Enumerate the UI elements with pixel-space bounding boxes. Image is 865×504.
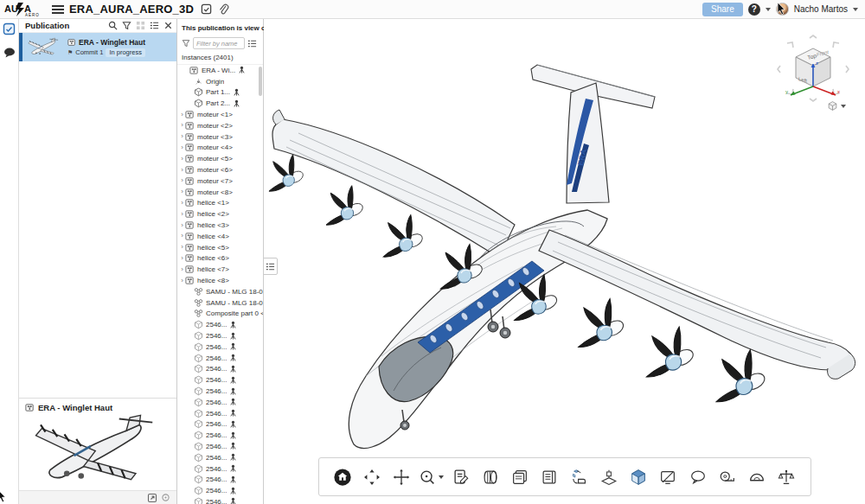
tree-chevron-icon[interactable]: ›: [179, 166, 185, 175]
tree-chevron-icon[interactable]: ›: [179, 144, 185, 152]
tree-row[interactable]: 2546...: [177, 485, 263, 496]
tree-row[interactable]: 2546...: [177, 441, 263, 452]
tree-row[interactable]: ›moteur <7>: [177, 175, 263, 187]
measure-icon[interactable]: [714, 464, 740, 490]
tree-chevron-icon[interactable]: ›: [179, 232, 185, 240]
tree-row[interactable]: SAMU - MLG 18-07...: [177, 297, 263, 309]
tree-row[interactable]: 2546...: [177, 364, 263, 375]
pan-icon[interactable]: [388, 464, 414, 490]
tree-chevron-icon[interactable]: ›: [179, 176, 185, 185]
tree-row[interactable]: 2546...: [177, 474, 263, 485]
publication-mark-icon[interactable]: [201, 3, 212, 15]
tree-chevron-icon[interactable]: ›: [179, 121, 185, 130]
tree-row[interactable]: Part 2...: [177, 98, 263, 109]
zoom-icon[interactable]: [418, 464, 444, 490]
viewport-3d[interactable]: ERA: [264, 19, 865, 504]
bom-icon[interactable]: [536, 464, 562, 490]
tree-row[interactable]: ›moteur <1>: [177, 109, 263, 120]
share-button[interactable]: Share: [702, 3, 743, 16]
close-icon[interactable]: [163, 21, 173, 30]
tree-row[interactable]: 2546...: [177, 408, 263, 419]
tree-row[interactable]: 2546...: [177, 330, 263, 341]
tree-row[interactable]: 2546...: [177, 430, 263, 441]
tree-chevron-icon[interactable]: ›: [179, 265, 185, 274]
tree-options-icon[interactable]: [247, 39, 257, 48]
tree-row[interactable]: 2546...: [177, 341, 263, 353]
tree-row[interactable]: ›moteur <4>: [177, 143, 263, 154]
tree-row[interactable]: 2546...: [177, 419, 263, 431]
tree-row[interactable]: ›hélice <4>: [177, 231, 263, 242]
tree-row[interactable]: 2546...: [177, 397, 263, 408]
tree-chevron-icon[interactable]: ›: [179, 111, 185, 119]
info-icon[interactable]: [162, 494, 170, 501]
tree-row[interactable]: 2546...: [177, 353, 263, 364]
home-icon[interactable]: [330, 464, 356, 490]
tree-row[interactable]: 2546...: [177, 374, 263, 386]
avatar[interactable]: [776, 3, 789, 16]
expand-preview-icon[interactable]: [147, 493, 157, 503]
orbit-icon[interactable]: [359, 464, 385, 490]
tree-chevron-icon[interactable]: ›: [179, 221, 185, 230]
paperclip-icon[interactable]: [218, 3, 229, 15]
cube-menu-icon[interactable]: [827, 100, 838, 112]
tree-chevron-icon[interactable]: ›: [179, 277, 185, 285]
filter-icon[interactable]: [182, 39, 190, 48]
tree-chevron-icon[interactable]: ›: [179, 243, 185, 252]
tree-row[interactable]: 2546...: [177, 386, 263, 397]
section-cylinder-icon[interactable]: [477, 464, 503, 490]
tree-chevron-icon[interactable]: ›: [179, 199, 185, 207]
drawings-icon[interactable]: [507, 464, 533, 490]
tree-row[interactable]: ›moteur <6>: [177, 164, 263, 175]
exploded-view-icon[interactable]: [567, 464, 593, 490]
tree-row[interactable]: ›moteur <2>: [177, 120, 263, 131]
tree-row[interactable]: ›hélice <2>: [177, 208, 263, 220]
help-caret-icon[interactable]: [766, 8, 771, 11]
filter-icon[interactable]: [122, 21, 131, 30]
tree-row[interactable]: ›moteur <3>: [177, 131, 263, 143]
cube-menu-caret-icon[interactable]: [841, 105, 846, 108]
tree-row[interactable]: 2546...: [177, 452, 263, 463]
display-options-icon[interactable]: [655, 464, 681, 490]
tree-row[interactable]: ›moteur <8>: [177, 187, 263, 198]
tree-row[interactable]: ERA - Wi...: [177, 65, 263, 76]
tree-row[interactable]: ›hélice <7>: [177, 264, 263, 275]
help-icon[interactable]: ?: [748, 3, 760, 16]
list-view-icon[interactable]: [150, 21, 159, 30]
tree-scrollbar[interactable]: [259, 67, 262, 96]
tree-row[interactable]: ›hélice <1>: [177, 198, 263, 209]
named-views-icon[interactable]: [625, 464, 651, 490]
tree-row[interactable]: Origin: [177, 76, 263, 87]
tree-chevron-icon[interactable]: ›: [179, 210, 185, 219]
tree-chevron-icon[interactable]: ›: [179, 155, 185, 163]
tree-row[interactable]: ›hélice <6>: [177, 253, 263, 265]
filter-by-name-input[interactable]: [193, 37, 245, 49]
section-plane-icon[interactable]: [596, 464, 622, 490]
tree-chevron-icon[interactable]: ›: [179, 254, 185, 263]
mass-properties-icon[interactable]: [773, 464, 799, 490]
tree-row[interactable]: Composite part 0 <...: [177, 309, 263, 320]
search-icon[interactable]: [108, 21, 118, 30]
tree-row[interactable]: ›hélice <8>: [177, 275, 263, 286]
hamburger-menu-icon[interactable]: [52, 3, 64, 16]
protractor-icon[interactable]: [744, 464, 770, 490]
view-orientation-menu[interactable]: [827, 100, 846, 112]
comment-icon[interactable]: [685, 464, 711, 490]
comments-tab-icon[interactable]: [3, 48, 16, 58]
tree-chevron-icon[interactable]: ›: [179, 132, 185, 141]
publications-tab-icon[interactable]: [3, 22, 16, 35]
panel-toggle-button[interactable]: [264, 258, 278, 275]
edit-note-icon[interactable]: [448, 464, 474, 490]
tree-chevron-icon[interactable]: ›: [179, 188, 185, 196]
user-caret-icon[interactable]: [853, 8, 858, 11]
tree-row[interactable]: 2546...: [177, 463, 263, 475]
grid-view-icon[interactable]: [136, 21, 145, 30]
user-menu[interactable]: Nacho Martos: [794, 4, 848, 14]
tree-row[interactable]: 2546...: [177, 319, 263, 330]
tree-row[interactable]: SAMU - MLG 18-07...: [177, 286, 263, 297]
publication-card[interactable]: ERA - Winglet Haut ⚑ Commit 1 In progres…: [19, 33, 176, 61]
tree-row[interactable]: 2546...: [177, 496, 263, 504]
tree-row[interactable]: ›hélice <3>: [177, 220, 263, 231]
tree-row[interactable]: Part 1...: [177, 87, 263, 99]
tree-row[interactable]: ›moteur <5>: [177, 153, 263, 164]
tree-row[interactable]: ›hélice <5>: [177, 242, 263, 253]
